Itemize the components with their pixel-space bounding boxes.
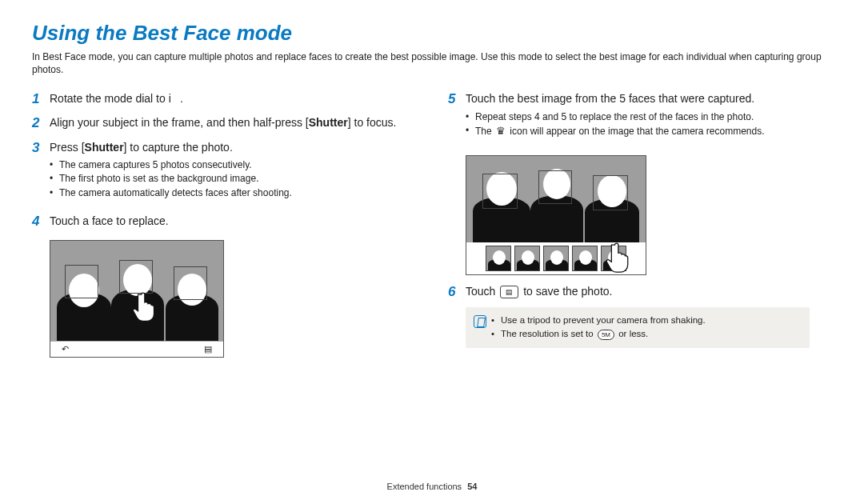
touch-hand-icon — [604, 241, 631, 273]
text-frag: or less. — [616, 329, 648, 338]
note-box: Use a tripod to prevent your camera from… — [466, 307, 810, 348]
text-frag: The — [475, 126, 494, 137]
text-frag: Align your subject in the frame, and the… — [50, 116, 309, 129]
step-2: 2 Align your subject in the frame, and t… — [32, 114, 416, 132]
step-text: Align your subject in the frame, and the… — [50, 114, 416, 132]
text-frag: icon will appear on the image that the c… — [507, 126, 765, 137]
page-footer: Extended functions 54 — [0, 482, 864, 491]
face-frame — [538, 170, 572, 204]
step-text: Touch the best image from the 5 faces th… — [466, 90, 832, 146]
step-number: 1 — [32, 90, 50, 108]
page-title: Using the Best Face mode — [32, 21, 832, 46]
section-label: Extended functions — [387, 482, 462, 491]
intro-text: In Best Face mode, you can capture multi… — [32, 50, 832, 76]
text-frag: Touch — [466, 285, 498, 298]
face-frame — [593, 175, 628, 210]
text-frag: ] to focus. — [348, 116, 397, 129]
face-thumbnail — [543, 246, 569, 271]
step-text: Touch ▤ to save the photo. — [466, 283, 832, 301]
right-column: 5 Touch the best image from the 5 faces … — [448, 90, 832, 358]
text-frag: Press [ — [50, 141, 85, 154]
photo-area — [466, 156, 646, 242]
save-icon: ▤ — [204, 344, 212, 354]
step-6: 6 Touch ▤ to save the photo. — [448, 283, 832, 301]
step-4: 4 Touch a face to replace. — [32, 213, 416, 230]
step-text: Rotate the mode dial to i . — [50, 90, 416, 108]
step-text: Touch a face to replace. — [50, 213, 416, 230]
note-item: Use a tripod to prevent your camera from… — [491, 314, 706, 327]
step-text: Press [Shutter] to capture the photo. Th… — [50, 139, 416, 206]
step-number: 6 — [448, 283, 466, 301]
crown-icon: ♛ — [496, 124, 506, 139]
face-thumbnail — [486, 246, 511, 271]
shutter-label: Shutter — [309, 116, 348, 129]
bullet-item: The camera captures 5 photos consecutive… — [50, 158, 416, 172]
figure-toolbar: ↶ ▤ — [50, 341, 223, 357]
figure-select-best-face — [466, 155, 646, 275]
photo-area — [50, 241, 223, 341]
save-icon: ▤ — [500, 286, 518, 298]
step-3: 3 Press [Shutter] to capture the photo. … — [32, 139, 416, 206]
step-number: 2 — [32, 114, 50, 132]
bullet-item: The ♛ icon will appear on the image that… — [466, 124, 832, 139]
text-frag: Touch the best image from the 5 faces th… — [466, 92, 754, 105]
note-icon — [474, 315, 486, 328]
text-frag: The resolution is set to — [501, 329, 596, 338]
figure-touch-face: ↶ ▤ — [50, 240, 224, 358]
back-icon: ↶ — [62, 344, 69, 354]
face-thumbnail — [514, 246, 540, 271]
step-number: 3 — [32, 139, 50, 206]
text-frag: to save the photo. — [520, 285, 612, 298]
text-frag: ] to capture the photo. — [124, 141, 233, 154]
resolution-pill: 5M — [598, 330, 614, 340]
note-item: The resolution is set to 5M or less. — [491, 327, 706, 341]
face-frame — [119, 260, 153, 294]
left-column: 1 Rotate the mode dial to i . 2 Align yo… — [32, 90, 416, 358]
step-number: 4 — [32, 213, 50, 230]
bullet-item: The first photo is set as the background… — [50, 172, 416, 186]
step-1: 1 Rotate the mode dial to i . — [32, 90, 416, 108]
face-frame — [482, 174, 518, 209]
step-number: 5 — [448, 90, 466, 146]
bullet-item: The camera automatically detects faces a… — [50, 186, 416, 200]
face-frame — [65, 265, 98, 298]
step-5: 5 Touch the best image from the 5 faces … — [448, 90, 832, 146]
touch-hand-icon — [130, 290, 158, 322]
face-thumbnail — [572, 246, 598, 271]
face-frame — [174, 266, 207, 300]
shutter-label: Shutter — [85, 141, 124, 154]
page-number: 54 — [467, 482, 477, 491]
bullet-item: Repeat steps 4 and 5 to replace the rest… — [466, 110, 832, 124]
